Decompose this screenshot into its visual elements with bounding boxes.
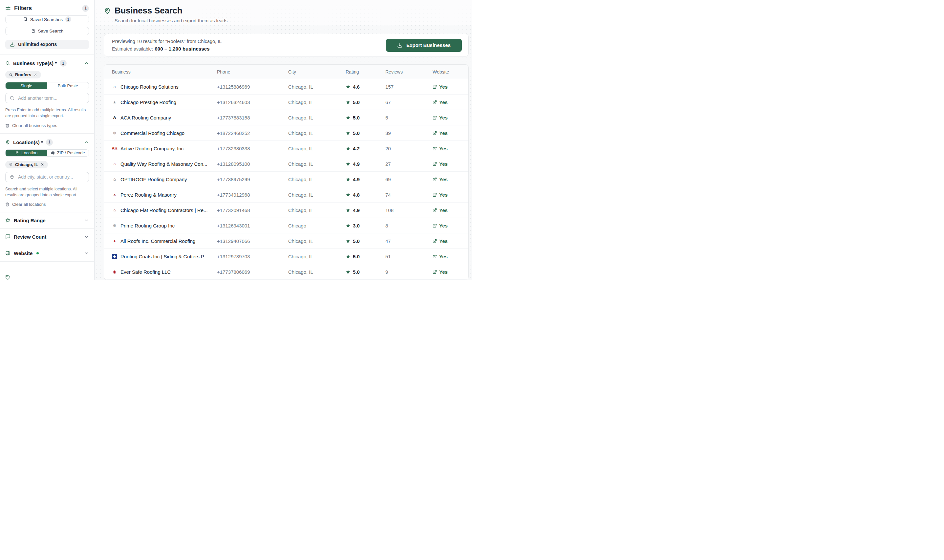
- add-term-field: [5, 93, 89, 103]
- business-name: Chicago Flat Roofing Contractors | Re...: [120, 208, 208, 213]
- star-icon: [346, 100, 351, 105]
- external-link-icon: [433, 131, 437, 135]
- saved-searches-count-badge: 1: [65, 16, 71, 22]
- estimated-available-label: Estimated available:: [112, 46, 153, 52]
- city-cell: Chicago: [288, 223, 346, 228]
- save-search-label: Save Search: [38, 29, 63, 34]
- star-icon: [5, 218, 11, 223]
- business-name: All Roofs Inc. Commercial Roofing: [120, 238, 195, 244]
- divider: [0, 261, 94, 262]
- phone-cell: +13125886969: [217, 84, 288, 89]
- website-link[interactable]: Yes: [433, 177, 468, 182]
- phone-cell: +13129407066: [217, 238, 288, 244]
- rating-value: 5.0: [353, 115, 360, 120]
- business-type-mode-toggle: Single Bulk Paste: [5, 82, 89, 89]
- reviews-cell: 51: [385, 254, 433, 259]
- chevron-up-icon[interactable]: [84, 61, 89, 66]
- business-types-title: Business Type(s) *: [13, 60, 57, 66]
- mode-location-tab[interactable]: Location: [6, 150, 47, 156]
- table-row: ◉ Ever Safe Roofing LLC +17737806069 Chi…: [104, 264, 468, 280]
- website-value: Yes: [439, 100, 448, 105]
- city-cell: Chicago, IL: [288, 100, 346, 105]
- website-link[interactable]: Yes: [433, 100, 468, 105]
- close-icon[interactable]: [34, 73, 37, 77]
- mode-zip-tab[interactable]: ZIP / Postcode: [47, 150, 89, 156]
- website-link[interactable]: Yes: [433, 223, 468, 228]
- trash-icon: [5, 202, 9, 206]
- rating-cell: 4.8: [346, 192, 385, 198]
- add-location-input[interactable]: [17, 174, 85, 180]
- star-icon: [346, 192, 351, 197]
- website-link[interactable]: Yes: [433, 84, 468, 89]
- saved-searches-button[interactable]: Saved Searches 1: [5, 15, 89, 23]
- table-row: ⌂ OPTIROOF Roofing Company +17738975299 …: [104, 172, 468, 187]
- chevron-down-icon[interactable]: [84, 234, 89, 239]
- saved-searches-label: Saved Searches: [30, 17, 63, 22]
- column-header: Business: [112, 69, 217, 74]
- clear-business-types-link[interactable]: Clear all business types: [5, 123, 89, 128]
- website-value: Yes: [439, 177, 448, 182]
- column-header: Phone: [217, 69, 288, 74]
- phone-cell: +17738975299: [217, 177, 288, 182]
- save-search-button[interactable]: Save Search: [5, 27, 89, 35]
- rating-cell: 5.0: [346, 254, 385, 259]
- business-favicon: ⌂: [112, 84, 117, 89]
- table-row: ⌂ Quality Way Roofing & Masonary Con... …: [104, 156, 468, 172]
- business-name: Ever Safe Roofing LLC: [120, 269, 171, 275]
- business-name: Active Roofing Company, Inc.: [120, 146, 185, 151]
- locations-help-text: Search and select multiple locations. Al…: [5, 186, 89, 198]
- phone-cell: +17732091468: [217, 208, 288, 213]
- hash-icon: [51, 151, 55, 155]
- website-link[interactable]: Yes: [433, 269, 468, 275]
- page-header: Business Search Search for local busines…: [95, 0, 472, 25]
- website-link[interactable]: Yes: [433, 192, 468, 198]
- website-link[interactable]: Yes: [433, 115, 468, 120]
- mode-single-tab[interactable]: Single: [6, 82, 47, 89]
- chevron-down-icon[interactable]: [84, 218, 89, 223]
- website-value: Yes: [439, 254, 448, 259]
- chevron-up-icon[interactable]: [84, 140, 89, 145]
- business-type-chip-roofers: Roofers: [5, 71, 41, 78]
- rating-value: 4.2: [353, 146, 360, 151]
- locations-header: Location(s) * 1: [5, 139, 89, 146]
- sidebar-section-review-count[interactable]: Review Count: [5, 234, 89, 240]
- mode-bulk-paste-tab[interactable]: Bulk Paste: [47, 82, 89, 89]
- clear-locations-link[interactable]: Clear all locations: [5, 202, 89, 207]
- star-icon: [346, 131, 351, 135]
- close-icon[interactable]: [40, 163, 44, 166]
- add-term-input[interactable]: [17, 95, 85, 101]
- rating-cell: 3.0: [346, 223, 385, 228]
- rating-cell: 4.2: [346, 146, 385, 151]
- sidebar-section-website[interactable]: Website: [5, 251, 89, 256]
- website-link[interactable]: Yes: [433, 146, 468, 151]
- website-link[interactable]: Yes: [433, 130, 468, 136]
- website-value: Yes: [439, 161, 448, 167]
- export-businesses-button[interactable]: Export Businesses: [386, 39, 462, 52]
- estimated-available-text: Estimated available:600 – 1,200 business…: [112, 46, 221, 52]
- rating-value: 4.9: [353, 161, 360, 167]
- review-count-label: Review Count: [14, 234, 46, 240]
- website-link[interactable]: Yes: [433, 238, 468, 244]
- star-icon: [346, 162, 351, 166]
- reviews-cell: 27: [385, 161, 433, 167]
- website-link[interactable]: Yes: [433, 161, 468, 167]
- business-name: Quality Way Roofing & Masonary Con...: [120, 161, 208, 167]
- rating-cell: 4.6: [346, 84, 385, 89]
- table-row: ⊕ Commercial Roofing Chicago +1872246825…: [104, 125, 468, 141]
- rating-cell: 5.0: [346, 130, 385, 136]
- phone-cell: +13128095100: [217, 161, 288, 167]
- clear-business-types-label: Clear all business types: [12, 123, 57, 128]
- download-icon: [397, 43, 403, 48]
- column-header: Reviews: [385, 69, 433, 74]
- website-link[interactable]: Yes: [433, 208, 468, 213]
- sidebar-section-rating-range[interactable]: Rating Range: [5, 218, 89, 223]
- map-pin-icon: [9, 163, 13, 166]
- reviews-cell: 74: [385, 192, 433, 198]
- reviews-cell: 157: [385, 84, 433, 89]
- chevron-down-icon[interactable]: [84, 251, 89, 256]
- search-icon: [9, 73, 13, 77]
- star-icon: [346, 238, 351, 243]
- website-label: Website: [14, 251, 32, 256]
- website-link[interactable]: Yes: [433, 254, 468, 259]
- external-link-icon: [433, 177, 437, 182]
